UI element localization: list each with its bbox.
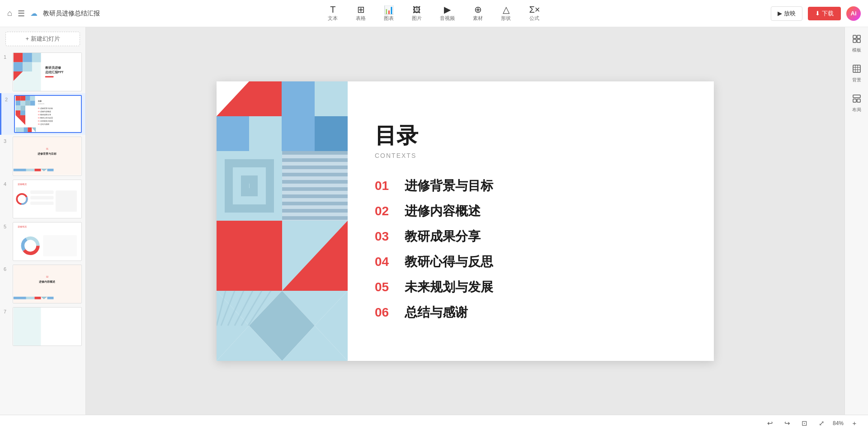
svg-rect-88 (282, 173, 348, 176)
svg-rect-124 (857, 99, 860, 102)
tool-shape[interactable]: △ 形状 (497, 3, 514, 24)
background-label: 背景 (852, 77, 861, 83)
toc-item: 01进修背景与目标 (375, 177, 687, 194)
svg-text:01 进修背景与目标: 01 进修背景与目标 (38, 107, 53, 109)
slide-item-5[interactable]: 5 进修情况 (0, 220, 85, 263)
svg-rect-21 (20, 105, 25, 110)
svg-text:02: 02 (46, 276, 49, 278)
svg-rect-17 (20, 101, 25, 106)
tool-table[interactable]: ⊞ 表格 (352, 3, 369, 24)
toc-item: 05未来规划与发展 (375, 279, 687, 296)
slide-main-title: 目录 (375, 121, 687, 150)
svg-text:03 教研成果分享: 03 教研成果分享 (38, 114, 51, 116)
slide-item-6[interactable]: 6 02 进修内容概述 (0, 263, 85, 305)
svg-text:进修情况: 进修情况 (18, 225, 27, 228)
svg-text:04 教研心得与反思: 04 教研心得与反思 (38, 117, 53, 119)
slide-thumb-7 (13, 307, 82, 346)
svg-rect-65 (34, 297, 41, 299)
svg-rect-77 (282, 116, 315, 151)
redo-icon: ↪ (784, 419, 790, 427)
slide-item-7[interactable]: 7 (0, 305, 85, 348)
fullscreen-button[interactable]: ⤢ (816, 417, 828, 430)
avatar[interactable]: Ai (846, 6, 861, 21)
shape-icon: △ (503, 5, 509, 14)
undo-button[interactable]: ↩ (764, 417, 777, 430)
home-icon[interactable]: ⌂ (7, 9, 12, 18)
svg-rect-93 (282, 209, 348, 213)
bottom-bar: ↩ ↪ ⊡ ⤢ 84% + (0, 415, 868, 431)
tool-chart[interactable]: 📊 图表 (380, 4, 397, 24)
svg-rect-23 (20, 110, 25, 115)
svg-text:01: 01 (46, 148, 49, 150)
svg-rect-113 (853, 35, 856, 38)
slide-number-3: 3 (4, 137, 10, 144)
svg-rect-76 (249, 116, 282, 151)
svg-rect-22 (16, 110, 21, 115)
new-slide-button[interactable]: + 新建幻灯片 (5, 32, 80, 46)
svg-rect-87 (282, 166, 348, 169)
tool-text[interactable]: T 文本 (324, 3, 341, 24)
slide-left-panel (217, 81, 348, 361)
cloud-icon: ☁ (30, 9, 38, 18)
slide-number-5: 5 (4, 222, 10, 229)
tool-material[interactable]: ⊕ 素材 (469, 3, 486, 24)
svg-text:06 总结与感谢: 06 总结与感谢 (38, 123, 49, 125)
svg-rect-14 (25, 96, 30, 101)
toc-num: 05 (375, 280, 397, 294)
svg-rect-69 (14, 308, 41, 346)
slide-thumb-1: 教研员进修 总结汇报PPT (13, 52, 82, 91)
material-label: 素材 (473, 15, 483, 22)
background-icon (852, 64, 861, 76)
download-icon: ⬇ (815, 10, 820, 17)
toc-text: 总结与感谢 (405, 304, 468, 321)
toc-num: 06 (375, 305, 397, 320)
menu-icon[interactable]: ☰ (18, 9, 25, 19)
svg-point-58 (28, 243, 33, 248)
shape-label: 形状 (501, 15, 511, 22)
zoom-in-button[interactable]: + (848, 417, 861, 430)
slide-subtitle: CONTEXTS (375, 152, 687, 159)
svg-rect-83 (249, 184, 250, 188)
background-tool[interactable]: 背景 (852, 64, 861, 83)
tool-media[interactable]: ▶ 音视频 (436, 3, 458, 24)
slide-thumb-4: 进修概况 (13, 180, 82, 218)
layout-tool[interactable]: 布局 (852, 94, 861, 113)
slide-item-4[interactable]: 4 进修概况 (0, 178, 85, 220)
svg-rect-74 (315, 81, 348, 116)
svg-rect-4 (32, 53, 41, 62)
svg-rect-41 (26, 169, 35, 171)
toc-text: 教研成果分享 (405, 228, 481, 245)
svg-text:目录: 目录 (38, 100, 42, 102)
slide-thumb-5: 进修情况 (13, 222, 82, 261)
svg-rect-50 (30, 196, 53, 199)
toc-num: 04 (375, 255, 397, 269)
slide-item-2[interactable]: 2 (0, 93, 85, 135)
svg-rect-6 (23, 62, 32, 72)
slide-number-6: 6 (4, 265, 10, 272)
text-label: 文本 (328, 15, 338, 22)
toc-item: 06总结与感谢 (375, 304, 687, 321)
play-button[interactable]: ▶ 放映 (771, 6, 802, 21)
media-icon: ▶ (444, 5, 451, 14)
toc-num: 02 (375, 204, 397, 218)
slide-panel: + 新建幻灯片 1 教研员进修 总结汇报P (0, 27, 86, 415)
play-icon: ▶ (778, 10, 782, 17)
svg-rect-52 (56, 190, 77, 212)
redo-button[interactable]: ↪ (781, 417, 794, 430)
tool-image[interactable]: 🖼 图片 (408, 4, 425, 24)
slide-number-4: 4 (4, 180, 10, 187)
fit-button[interactable]: ⊡ (798, 417, 811, 430)
slide-item-1[interactable]: 1 教研员进修 总结汇报PPT (0, 51, 85, 93)
canvas-area: 目录 CONTEXTS 01进修背景与目标02进修内容概述03教研成果分享04教… (86, 27, 844, 415)
svg-text:总结汇报PPT: 总结汇报PPT (45, 70, 64, 74)
slide-item-3[interactable]: 3 01 进修背景与目标 (0, 135, 85, 177)
template-tool[interactable]: 模板 (852, 34, 861, 53)
download-button[interactable]: ⬇ 下载 (808, 7, 841, 20)
template-icon (852, 34, 861, 46)
image-label: 图片 (412, 15, 422, 22)
toc-num: 03 (375, 229, 397, 244)
zoom-in-icon: + (853, 419, 857, 427)
tool-formula[interactable]: Σ× 公式 (525, 3, 543, 24)
svg-rect-5 (14, 62, 23, 72)
svg-rect-15 (30, 96, 35, 101)
